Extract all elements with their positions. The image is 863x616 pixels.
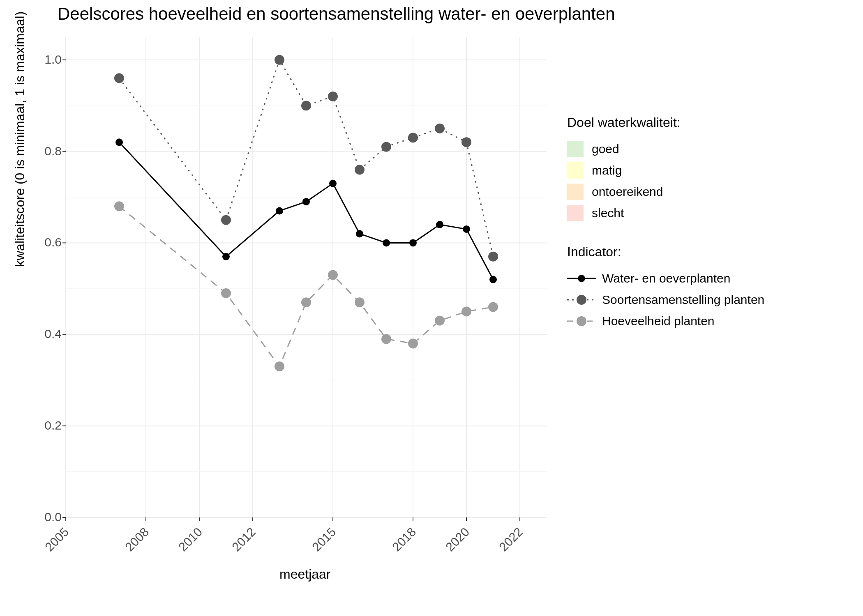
legend-line-icon: [567, 270, 596, 287]
series-point: [408, 339, 418, 349]
y-axis-label: kwaliteitscore (0 is minimaal, 1 is maxi…: [12, 11, 28, 267]
series-point: [355, 165, 365, 175]
series-point: [463, 225, 470, 233]
series-point: [489, 276, 497, 283]
legend-indicator-item: Water- en oeverplanten: [567, 268, 834, 289]
legend-quality-item: slecht: [567, 202, 834, 224]
legend-label: slecht: [592, 206, 624, 220]
series-point: [435, 124, 445, 133]
legend-indicator-item: Soortensamenstelling planten: [567, 289, 834, 310]
series-point: [222, 253, 230, 260]
legend-label: matig: [592, 163, 622, 177]
y-tick-label: 0.4: [29, 327, 62, 341]
series-point: [328, 270, 338, 280]
series-point: [276, 207, 283, 214]
series-point: [461, 137, 471, 147]
x-axis-label: meetjaar: [279, 567, 331, 582]
series-point: [329, 180, 337, 187]
series-point: [221, 215, 231, 225]
series-point: [381, 142, 391, 152]
series-point: [436, 221, 443, 228]
legend-quality-item: goed: [567, 138, 834, 160]
series-point: [488, 252, 498, 262]
legend-indicator-items: Water- en oeverplantenSoortensamenstelli…: [567, 268, 834, 332]
legend-swatch: [567, 184, 584, 200]
legend-line-icon: [567, 292, 596, 308]
series-point: [383, 239, 390, 246]
y-tick-label: 0.8: [29, 144, 62, 158]
legend-quality-item: matig: [567, 160, 834, 181]
series-point: [408, 133, 418, 143]
series-point: [488, 302, 498, 312]
series-point: [221, 288, 231, 298]
series-line: [119, 142, 493, 279]
legend-indicator-item: Hoeveelheid planten: [567, 310, 834, 332]
series-point: [302, 198, 310, 205]
legend: Doel waterkwaliteit: goedmatigontoereike…: [567, 115, 834, 332]
legend-label: Hoeveelheid planten: [602, 314, 715, 328]
series-line: [119, 206, 493, 366]
series-point: [461, 307, 471, 317]
series-point: [301, 297, 311, 307]
series-point: [115, 138, 123, 146]
legend-quality-items: goedmatigontoereikendslecht: [567, 138, 834, 224]
legend-indicator-title: Indicator:: [567, 244, 834, 260]
legend-swatch: [567, 205, 584, 221]
legend-line-icon: [567, 313, 596, 329]
legend-label: Soortensamenstelling planten: [602, 293, 764, 307]
series-point: [301, 101, 311, 110]
series-point: [381, 334, 391, 344]
legend-swatch: [567, 162, 584, 179]
chart-title: Deelscores hoeveelheid en soortensamenst…: [58, 4, 615, 24]
series-point: [356, 230, 363, 237]
legend-swatch: [567, 141, 584, 157]
series-point: [355, 297, 365, 307]
y-tick-label: 0.6: [29, 235, 62, 249]
series-point: [275, 55, 284, 65]
svg-point-38: [577, 316, 586, 326]
series-point: [114, 73, 124, 83]
y-tick-label: 1.0: [29, 53, 62, 67]
series-point: [275, 361, 284, 371]
legend-quality-title: Doel waterkwaliteit:: [567, 115, 834, 130]
series-svg: [66, 37, 547, 517]
series-point: [409, 239, 417, 246]
y-tick-label: 0.0: [29, 510, 62, 524]
legend-label: ontoereikend: [592, 185, 663, 199]
legend-label: goed: [592, 142, 619, 156]
series-point: [114, 201, 124, 211]
series-point: [328, 92, 338, 101]
series-point: [435, 316, 445, 326]
legend-quality-item: ontoereikend: [567, 181, 834, 202]
y-tick-label: 0.2: [29, 418, 62, 432]
legend-label: Water- en oeverplanten: [602, 271, 730, 285]
svg-point-34: [578, 275, 585, 282]
plot-panel: [66, 37, 547, 517]
svg-point-36: [577, 295, 586, 305]
chart-container: Deelscores hoeveelheid en soortensamenst…: [0, 0, 863, 616]
